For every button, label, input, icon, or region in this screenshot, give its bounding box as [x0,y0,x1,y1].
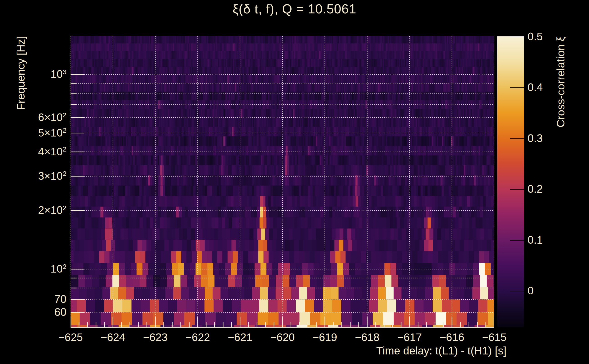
x-tick-label: −615 [482,331,507,344]
y-tick-label: 60 [54,306,66,318]
cross-correlation-spectrogram-figure: ξ(δ t, f), Q = 10.5061 Frequency [Hz] Ti… [0,0,589,364]
x-tick-label: −620 [270,331,295,344]
colorbar-tick-label: 0.1 [528,234,543,246]
x-tick-label: −617 [397,331,422,344]
x-tick-label: −618 [355,331,380,344]
y-tick-label: 70 [54,293,66,305]
y-tick-label: 4×102 [38,145,66,158]
colorbar-title: Cross-correlation ξ [554,36,567,127]
x-tick-label: −621 [228,331,252,344]
y-axis-title: Frequency [Hz] [14,36,27,110]
y-tick-label: 5×102 [38,126,66,139]
x-tick-label: −619 [313,331,337,344]
y-tick-label: 6×102 [38,111,66,124]
colorbar-tick-label: 0.3 [528,132,543,144]
colorbar-tick-label: 0.4 [528,81,543,94]
x-tick-label: −625 [58,331,83,344]
chart-title: ξ(δ t, f), Q = 10.5061 [0,1,589,16]
colorbar-tick-label: 0.2 [528,183,543,195]
colorbar-tick-label: 0.5 [528,30,543,43]
x-tick-label: −623 [143,331,168,344]
y-tick-label: 2×102 [38,204,66,217]
y-tick-label: 103 [51,68,66,80]
colorbar-canvas [497,36,524,327]
colorbar-tick-label: 0 [528,284,534,297]
y-tick-label: 102 [51,263,66,275]
x-tick-label: −624 [101,331,125,344]
x-tick-label: −622 [185,331,210,344]
y-tick-label: 3×102 [38,170,66,182]
x-tick-label: −616 [440,331,464,344]
heatmap-canvas [71,36,494,328]
x-axis-title: Time delay: t(L1) - t(H1) [s] [376,344,506,357]
